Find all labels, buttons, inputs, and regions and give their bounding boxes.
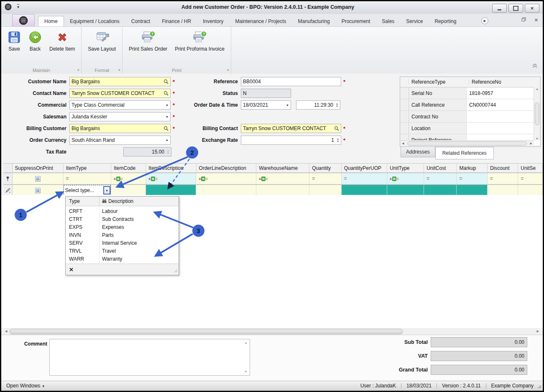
edit-cell-warehousename[interactable]	[256, 185, 309, 196]
tab-service[interactable]: Service	[400, 16, 429, 26]
mdi-restore-button[interactable]	[521, 17, 526, 23]
salesman-field[interactable]: Julanda Kessler▼	[69, 112, 171, 121]
reference-row[interactable]: Location	[400, 123, 540, 134]
filter-cell-itemcode[interactable]: ABC	[111, 173, 146, 184]
dropdown-icon[interactable]: ▼	[166, 104, 169, 107]
clear-selection-icon[interactable]: ✕	[66, 266, 74, 273]
mdi-close-button[interactable]: ×	[534, 18, 538, 23]
delete-item-button[interactable]: Delete Item	[46, 28, 79, 67]
column-header-itemtype[interactable]: ItemType	[64, 164, 111, 173]
column-header-unitse[interactable]: UnitSe	[518, 164, 543, 173]
tab-home[interactable]: Home	[38, 16, 64, 26]
filter-cell-quantityperuop[interactable]: =	[342, 173, 388, 184]
tab-scroll-right-icon[interactable]: ▶	[481, 17, 488, 24]
tab-inventory[interactable]: Inventory	[197, 16, 229, 26]
filter-cell-quantity[interactable]: =	[309, 173, 341, 184]
filter-cell-itemtype[interactable]: =	[64, 173, 111, 184]
edit-cell-orderlinedescription[interactable]	[196, 185, 256, 196]
equals-filter-icon[interactable]: =	[521, 176, 524, 182]
edit-cell-itemcode[interactable]	[111, 185, 146, 196]
filter-cell-orderlinedescription[interactable]: ABC	[196, 173, 256, 184]
type-option-trvl[interactable]: TRVLTravel	[66, 247, 179, 255]
filter-cell-discount[interactable]: =	[488, 173, 518, 184]
edit-cell-markup[interactable]	[457, 185, 487, 196]
search-icon[interactable]	[334, 126, 339, 131]
abc-filter-icon[interactable]: ABC	[148, 177, 158, 181]
equals-filter-icon[interactable]: =	[344, 176, 347, 182]
column-header-itemcode[interactable]: ItemCode	[111, 164, 146, 173]
tax-rate-field[interactable]: 15.00▲▼	[123, 147, 171, 156]
type-option-warr[interactable]: WARRWarranty	[66, 255, 179, 263]
edit-cell-unitse[interactable]	[518, 185, 543, 196]
filter-cell-suppressonprint[interactable]	[13, 173, 64, 184]
column-header-unittype[interactable]: UnitType	[387, 164, 424, 173]
grid-horizontal-scrollbar[interactable]: ◀ ▶	[3, 328, 541, 335]
quick-access-customize-icon[interactable]: ▾	[17, 4, 19, 9]
edit-cell-quantity[interactable]	[309, 185, 341, 196]
search-icon[interactable]	[163, 79, 169, 84]
edit-cell-quantityperuop[interactable]	[342, 185, 388, 196]
type-option-exps[interactable]: EXPSExpenses	[66, 223, 179, 231]
save-layout-button[interactable]: Save Layout	[84, 28, 120, 67]
equals-filter-icon[interactable]: =	[312, 176, 315, 182]
filter-cell-markup[interactable]: =	[457, 173, 487, 184]
application-button[interactable]	[12, 14, 35, 27]
scrollbar-thumb[interactable]	[535, 102, 539, 125]
app-icon[interactable]	[5, 3, 12, 12]
column-header-quantityperuop[interactable]: QuantityPerUOP	[342, 164, 388, 173]
scrollbar-thumb[interactable]	[10, 329, 403, 334]
column-header-itemdescription[interactable]: ItemDescription	[146, 164, 196, 173]
spinner[interactable]: ▲▼	[336, 102, 338, 108]
dialog-launcher-icon[interactable]	[77, 67, 79, 72]
save-button[interactable]: Save	[4, 28, 25, 67]
scroll-up-icon[interactable]: ▲	[244, 341, 248, 345]
abc-filter-icon[interactable]: ABC	[199, 177, 208, 181]
item-type-dropdown-button[interactable]: ▼	[103, 186, 110, 195]
collapse-ribbon-icon[interactable]	[532, 64, 538, 69]
open-windows-button[interactable]: Open Windows ▼	[6, 383, 45, 389]
references-vertical-scrollbar[interactable]: ▲ ▼	[534, 87, 540, 141]
type-option-serv[interactable]: SERVInternal Service	[66, 239, 179, 247]
tab-addresses[interactable]: Addresses	[401, 147, 435, 157]
print-sales-order-button[interactable]: ?Print Sales Order	[125, 28, 171, 67]
reference-field[interactable]: BB0004	[241, 77, 341, 86]
column-header-suppressonprint[interactable]: SuppressOnPrint	[13, 164, 64, 173]
reference-row[interactable]: Call ReferenceCN0000744	[400, 99, 540, 111]
search-icon[interactable]	[163, 126, 169, 131]
equals-filter-icon[interactable]: =	[459, 176, 462, 182]
maximize-button[interactable]	[508, 4, 523, 13]
filter-cell-unitse[interactable]: =	[518, 173, 543, 184]
spinner[interactable]: ▲▼	[167, 149, 169, 154]
edit-cell-itemdescription[interactable]	[146, 185, 196, 196]
tab-contract[interactable]: Contract	[125, 16, 156, 26]
referenceno-column-header[interactable]: ReferenceNo	[469, 79, 530, 85]
equals-filter-icon[interactable]: =	[66, 176, 69, 182]
resize-grip-icon[interactable]	[174, 268, 178, 274]
scroll-right-icon[interactable]: ▶	[535, 330, 541, 333]
back-button[interactable]: Back	[25, 28, 46, 67]
type-option-crft[interactable]: CRFTLabour	[66, 207, 179, 215]
checkbox[interactable]	[35, 176, 41, 182]
description-column-header[interactable]: Description	[99, 197, 179, 206]
edit-cell-suppressonprint[interactable]	[13, 185, 64, 196]
edit-cell-unitcost[interactable]	[424, 185, 457, 196]
scroll-left-icon[interactable]: ◀	[400, 142, 406, 145]
column-header-unitcost[interactable]: UnitCost	[424, 164, 457, 173]
equals-filter-icon[interactable]: =	[490, 176, 493, 182]
edit-cell-itemtype[interactable]: Select type...▼	[64, 185, 111, 196]
abc-filter-icon[interactable]: ABC	[114, 177, 123, 181]
abc-filter-icon[interactable]: ABC	[259, 177, 268, 181]
calendar-dropdown-icon[interactable]: ▼	[286, 104, 289, 107]
billing-contact-field[interactable]: Tarryn Snow CUSTOMER CONTACT	[241, 124, 341, 133]
item-type-selector[interactable]: Select type...▼	[64, 185, 111, 196]
scroll-down-icon[interactable]: ▼	[534, 137, 540, 140]
tab-sales[interactable]: Sales	[376, 16, 400, 26]
column-header-warehousename[interactable]: WarehouseName	[256, 164, 309, 173]
spinner[interactable]: ▲▼	[337, 138, 339, 143]
column-header-discount[interactable]: Discount	[488, 164, 518, 173]
equals-filter-icon[interactable]: =	[427, 176, 429, 182]
checkbox[interactable]	[35, 188, 41, 193]
filter-cell-unittype[interactable]: ABC	[387, 173, 424, 184]
resize-grip-icon[interactable]	[537, 384, 541, 390]
dialog-launcher-icon[interactable]	[226, 67, 229, 72]
